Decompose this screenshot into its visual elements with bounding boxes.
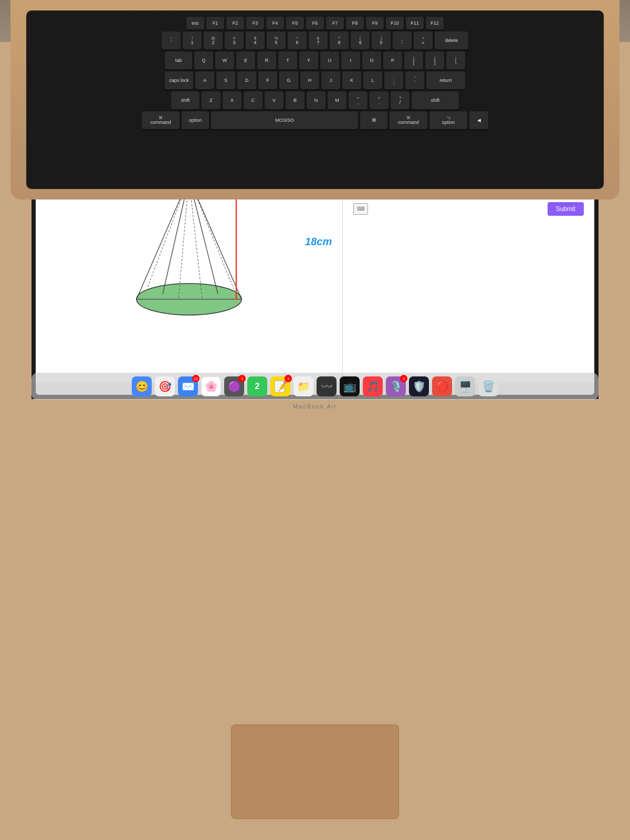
trackpad[interactable] bbox=[231, 724, 399, 819]
key-f4[interactable]: F4 bbox=[266, 17, 284, 29]
dock-podcast[interactable]: 🎙️ 3 bbox=[386, 376, 406, 396]
dock-numbers[interactable]: 2 bbox=[247, 376, 267, 396]
key-f11[interactable]: F11 bbox=[406, 17, 424, 29]
key-i[interactable]: I bbox=[341, 51, 360, 69]
key-5[interactable]: %5 bbox=[267, 32, 286, 49]
key-q[interactable]: Q bbox=[194, 51, 213, 69]
key-f3[interactable]: F3 bbox=[246, 17, 264, 29]
key-f10[interactable]: F10 bbox=[386, 17, 404, 29]
zxcv-key-row: shift Z X C V B N M <, >. ?/ shift bbox=[34, 91, 596, 109]
key-backtick[interactable]: ~` bbox=[162, 32, 181, 49]
key-quote[interactable]: "' bbox=[405, 71, 424, 89]
mail-icon: ✉️ bbox=[182, 380, 195, 393]
key-return[interactable]: return bbox=[426, 71, 465, 89]
key-arrow-left[interactable]: ◀ bbox=[469, 111, 488, 129]
key-v[interactable]: V bbox=[265, 91, 284, 109]
key-n[interactable]: N bbox=[307, 91, 326, 109]
key-x[interactable]: X bbox=[223, 91, 242, 109]
key-minus[interactable]: _- bbox=[393, 32, 412, 49]
key-2[interactable]: @2 bbox=[204, 32, 223, 49]
key-4[interactable]: $4 bbox=[246, 32, 265, 49]
dock-finder[interactable]: 😊 bbox=[132, 376, 152, 396]
key-s[interactable]: S bbox=[216, 71, 235, 89]
key-p[interactable]: P bbox=[383, 51, 402, 69]
key-option-left[interactable]: option bbox=[182, 111, 209, 129]
key-o[interactable]: O bbox=[362, 51, 381, 69]
key-esc[interactable]: esc bbox=[186, 17, 204, 29]
key-z[interactable]: Z bbox=[202, 91, 220, 109]
key-7[interactable]: &7 bbox=[309, 32, 328, 49]
key-delete[interactable]: delete bbox=[435, 32, 468, 49]
key-1[interactable]: !1 bbox=[183, 32, 202, 49]
key-space[interactable]: MOSISO bbox=[211, 111, 358, 129]
key-c[interactable]: C bbox=[244, 91, 262, 109]
key-y[interactable]: Y bbox=[299, 51, 318, 69]
dock-photos[interactable]: 🌸 bbox=[201, 376, 221, 396]
key-cmd-right[interactable]: ⌘ command bbox=[390, 111, 427, 129]
dock-notes[interactable]: 📝 3 bbox=[270, 376, 290, 396]
dock-appletv[interactable]: 📺 bbox=[340, 376, 360, 396]
dock-music[interactable]: 🎵 bbox=[363, 376, 383, 396]
key-0[interactable]: )0 bbox=[372, 32, 391, 49]
key-9[interactable]: (9 bbox=[351, 32, 370, 49]
key-u[interactable]: U bbox=[320, 51, 339, 69]
key-m[interactable]: M bbox=[328, 91, 346, 109]
key-lbracket[interactable]: {[ bbox=[404, 51, 423, 69]
key-k[interactable]: K bbox=[342, 71, 361, 89]
key-equals[interactable]: += bbox=[414, 32, 433, 49]
dock-activity[interactable]: 〰️ bbox=[317, 376, 337, 396]
key-j[interactable]: J bbox=[321, 71, 340, 89]
key-backslash[interactable]: |\ bbox=[446, 51, 465, 69]
key-w[interactable]: W bbox=[215, 51, 234, 69]
key-h[interactable]: H bbox=[300, 71, 319, 89]
dock-unknown[interactable]: 🟣 3 bbox=[224, 376, 244, 396]
dock-mail[interactable]: ✉️ 22 bbox=[178, 376, 198, 396]
key-f7[interactable]: F7 bbox=[326, 17, 344, 29]
macbook-label: MacBook Air bbox=[293, 403, 337, 410]
activity-icon: 〰️ bbox=[320, 380, 333, 393]
unknown-badge: 3 bbox=[238, 375, 246, 382]
key-f8[interactable]: F8 bbox=[346, 17, 364, 29]
key-semicolon[interactable]: :; bbox=[384, 71, 403, 89]
key-f1[interactable]: F1 bbox=[206, 17, 224, 29]
key-slash[interactable]: ?/ bbox=[391, 91, 410, 109]
key-comma[interactable]: <, bbox=[349, 91, 368, 109]
key-r[interactable]: R bbox=[257, 51, 276, 69]
key-period[interactable]: >. bbox=[370, 91, 388, 109]
submit-button[interactable]: Submit bbox=[548, 202, 584, 216]
key-shift-left[interactable]: shift bbox=[171, 91, 200, 109]
key-rbracket[interactable]: }] bbox=[425, 51, 444, 69]
key-3[interactable]: #3 bbox=[225, 32, 244, 49]
key-cmd-left[interactable]: ⌘ command bbox=[142, 111, 180, 129]
key-t[interactable]: T bbox=[278, 51, 297, 69]
key-a[interactable]: A bbox=[195, 71, 214, 89]
key-8[interactable]: *8 bbox=[330, 32, 349, 49]
dock-files[interactable]: 📁 bbox=[293, 376, 313, 396]
key-shift-right[interactable]: shift bbox=[412, 91, 459, 109]
dock-shield[interactable]: 🛡️ bbox=[409, 376, 429, 396]
dock-screen-record[interactable]: 🔴 bbox=[432, 376, 452, 396]
key-f2[interactable]: F2 bbox=[226, 17, 244, 29]
key-caps[interactable]: caps lock bbox=[165, 71, 193, 89]
dock-launchpad[interactable]: 🎯 bbox=[155, 376, 175, 396]
key-cmd-right-symbol[interactable]: ⌘ bbox=[360, 111, 387, 129]
keyboard-icon[interactable]: ⌨ bbox=[353, 203, 368, 215]
key-6[interactable]: ^6 bbox=[288, 32, 307, 49]
key-d[interactable]: D bbox=[237, 71, 256, 89]
key-f6[interactable]: F6 bbox=[306, 17, 324, 29]
finder-icon: 😊 bbox=[135, 380, 149, 393]
appletv-icon: 📺 bbox=[343, 380, 356, 393]
key-b[interactable]: B bbox=[286, 91, 304, 109]
key-tab[interactable]: tab bbox=[165, 51, 192, 69]
key-f[interactable]: F bbox=[258, 71, 277, 89]
key-g[interactable]: G bbox=[279, 71, 298, 89]
dock-trash[interactable]: 🗑️ bbox=[478, 376, 498, 396]
key-f12[interactable]: F12 bbox=[426, 17, 444, 29]
key-option-right[interactable]: ⌥ option bbox=[429, 111, 467, 129]
dock-monitor[interactable]: 🖥️ bbox=[455, 376, 475, 396]
key-f5[interactable]: F5 bbox=[286, 17, 304, 29]
fn-key-row: esc F1 F2 F3 F4 F5 F6 F7 F8 F9 F10 F11 F… bbox=[34, 17, 596, 29]
key-f9[interactable]: F9 bbox=[366, 17, 384, 29]
key-e[interactable]: E bbox=[236, 51, 255, 69]
key-l[interactable]: L bbox=[363, 71, 382, 89]
